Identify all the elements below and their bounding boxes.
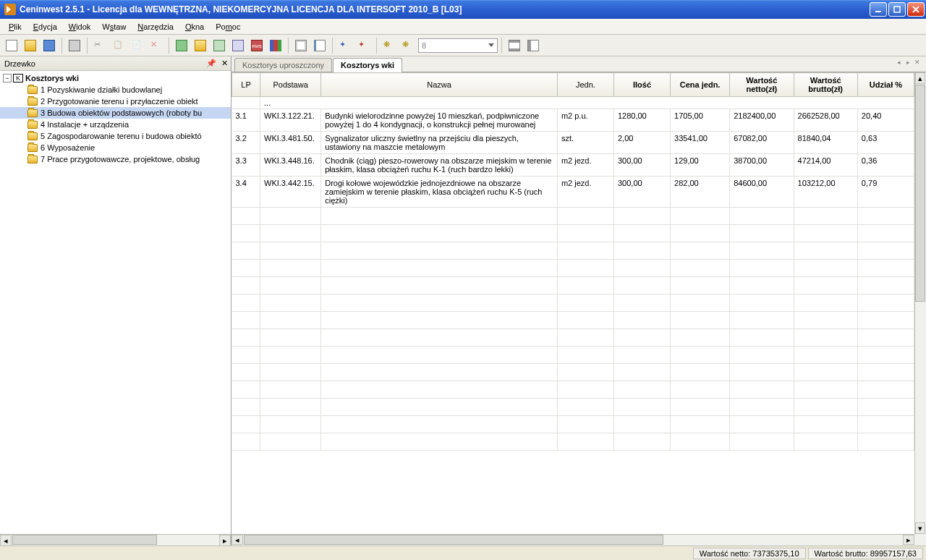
hscroll-left-icon[interactable]: ◂	[232, 535, 243, 545]
cell-wb[interactable]: 47214,00	[794, 154, 857, 177]
scroll-left-icon[interactable]: ◂	[0, 535, 12, 546]
cell-lp[interactable]: 3.2	[232, 132, 260, 154]
th-cena[interactable]: Cena jedn.	[671, 73, 730, 97]
cell-ud[interactable]: 20,40	[857, 109, 914, 132]
table-row[interactable]	[232, 329, 914, 347]
cell-wn[interactable]: 67082,00	[730, 132, 794, 154]
tb-open[interactable]	[22, 37, 39, 54]
cell-ilosc[interactable]: 2,00	[613, 132, 670, 154]
cell-cena[interactable]: 282,00	[671, 177, 730, 208]
menu-view[interactable]: Widok	[63, 21, 97, 33]
cell-cena[interactable]: 33541,00	[671, 132, 730, 154]
cell-ud[interactable]: 0,79	[857, 177, 914, 208]
menu-file[interactable]: Plik	[3, 21, 27, 33]
cell-ud[interactable]: 0,63	[857, 132, 914, 154]
tab-nav-prev-icon[interactable]: ◂	[894, 59, 903, 67]
tb-paste[interactable]: 📄	[129, 37, 146, 54]
tree-item[interactable]: 3 Budowa obiektów podstawowych (roboty b…	[0, 107, 231, 119]
tb-tool2[interactable]	[192, 37, 209, 54]
cell-nazwa[interactable]: Chodnik (ciąg) pieszo-rowerowy na obszar…	[321, 154, 558, 177]
cell-nazwa[interactable]: Budynki wielorodzinne powyżej 10 mieszka…	[321, 109, 558, 132]
table-row[interactable]	[232, 381, 914, 399]
table-row[interactable]	[232, 416, 914, 433]
table-row[interactable]	[232, 208, 914, 225]
tb-tool1[interactable]	[173, 37, 190, 54]
table-row[interactable]: 3.3WKI.3.448.16.Chodnik (ciąg) pieszo-ro…	[232, 154, 914, 177]
cell-podstawa[interactable]: WKI.3.122.21.	[260, 109, 321, 132]
menu-edit[interactable]: Edycja	[27, 21, 63, 33]
tree-item[interactable]: 5 Zagospodarowanie terenu i budowa obiek…	[0, 130, 231, 142]
cell-lp[interactable]: 3.4	[232, 177, 260, 208]
minimize-button[interactable]	[870, 2, 887, 17]
tb-group1[interactable]: ❋	[381, 37, 398, 54]
tree-item[interactable]: 6 Wyposażenie	[0, 142, 231, 153]
tb-tool4[interactable]	[229, 37, 247, 54]
cost-grid[interactable]: LP Podstawa Nazwa Jedn. Ilość Cena jedn.…	[232, 72, 914, 451]
scroll-down-icon[interactable]: ▾	[915, 522, 925, 534]
tree-hscroll[interactable]: ◂ ▸	[0, 534, 231, 546]
cell-ud[interactable]: 0,36	[857, 154, 914, 177]
table-row[interactable]	[232, 399, 914, 416]
tree[interactable]: − K Kosztorys wki 1 Pozyskiwanie działki…	[0, 71, 231, 534]
tree-item[interactable]: 1 Pozyskiwanie działki budowlanej	[0, 84, 231, 96]
table-row[interactable]	[232, 225, 914, 242]
table-row[interactable]: 3.2WKI.3.481.50.Sygnalizator uliczny świ…	[232, 132, 914, 154]
cell-jedn[interactable]: m2 p.u.	[557, 109, 613, 132]
cell-jedn[interactable]: m2 jezd.	[557, 154, 613, 177]
table-row[interactable]: 3.4WKI.3.442.15.Drogi kołowe wojewódzkie…	[232, 177, 914, 208]
tb-wand1[interactable]: ✦	[336, 37, 354, 54]
tb-group2[interactable]: ❋	[399, 37, 417, 54]
table-row[interactable]	[232, 242, 914, 260]
tb-delete[interactable]: ✕	[148, 37, 165, 54]
scroll-right-icon[interactable]: ▸	[219, 535, 231, 546]
cell-lp[interactable]	[232, 97, 260, 109]
cell-wn[interactable]: 84600,00	[730, 177, 794, 208]
menu-insert[interactable]: Wstaw	[96, 21, 132, 33]
tb-chart[interactable]	[267, 37, 284, 54]
cell-dots[interactable]: ...	[260, 97, 914, 109]
menu-tools[interactable]: Narzędzia	[132, 21, 179, 33]
tab-nav-close-icon[interactable]: ✕	[913, 59, 922, 67]
cell-lp[interactable]: 3.1	[232, 109, 260, 132]
tb-copy[interactable]: 📋	[110, 37, 127, 54]
hscroll-thumb[interactable]	[244, 535, 663, 545]
tree-item[interactable]: 2 Przygotowanie terenu i przyłaczenie ob…	[0, 96, 231, 107]
th-udzial[interactable]: Udział %	[857, 73, 914, 97]
th-wn[interactable]: Wartość netto(zł)	[730, 73, 794, 97]
th-jedn[interactable]: Jedn.	[557, 73, 613, 97]
cell-cena[interactable]: 1705,00	[671, 109, 730, 132]
cell-cena[interactable]: 129,00	[671, 154, 730, 177]
cell-podstawa[interactable]: WKI.3.448.16.	[260, 154, 321, 177]
tree-item[interactable]: 4 Instalacje + urządzenia	[0, 119, 231, 130]
th-lp[interactable]: LP	[232, 73, 260, 97]
table-row[interactable]	[232, 277, 914, 294]
cell-wb[interactable]: 2662528,00	[794, 109, 857, 132]
tb-new[interactable]	[3, 37, 20, 54]
tb-list1[interactable]	[506, 37, 523, 54]
table-row[interactable]	[232, 364, 914, 381]
table-row[interactable]	[232, 433, 914, 451]
table-row[interactable]	[232, 347, 914, 364]
tb-combo[interactable]: 8	[418, 38, 498, 53]
maximize-button[interactable]	[888, 2, 906, 17]
table-row[interactable]	[232, 260, 914, 277]
grid-vscroll[interactable]: ▴ ▾	[914, 72, 926, 534]
th-podstawa[interactable]: Podstawa	[260, 73, 321, 97]
tab-nav-next-icon[interactable]: ▸	[904, 59, 912, 67]
cell-ilosc[interactable]: 300,00	[613, 177, 670, 208]
pin-icon[interactable]: 📌	[206, 59, 216, 68]
cell-jedn[interactable]: m2 jezd.	[557, 177, 613, 208]
tree-item[interactable]: 7 Prace przygotowawcze, projektowe, obsł…	[0, 153, 231, 165]
tb-sheet2[interactable]	[311, 37, 328, 54]
tb-wand2[interactable]: ✦	[355, 37, 373, 54]
scroll-up-icon[interactable]: ▴	[915, 72, 925, 84]
panel-close-icon[interactable]: ✕	[221, 59, 228, 68]
tb-print[interactable]	[66, 37, 83, 54]
cell-nazwa[interactable]: Sygnalizator uliczny świetlny na przejśc…	[321, 132, 558, 154]
tb-sheet1[interactable]	[292, 37, 310, 54]
cell-wn[interactable]: 38700,00	[730, 154, 794, 177]
grid-header-row[interactable]: LP Podstawa Nazwa Jedn. Ilość Cena jedn.…	[232, 73, 914, 97]
vscroll-thumb[interactable]	[915, 85, 925, 302]
cell-lp[interactable]: 3.3	[232, 154, 260, 177]
tab-kosztorys-uproszczony[interactable]: Kosztorys uproszczony	[234, 58, 332, 72]
